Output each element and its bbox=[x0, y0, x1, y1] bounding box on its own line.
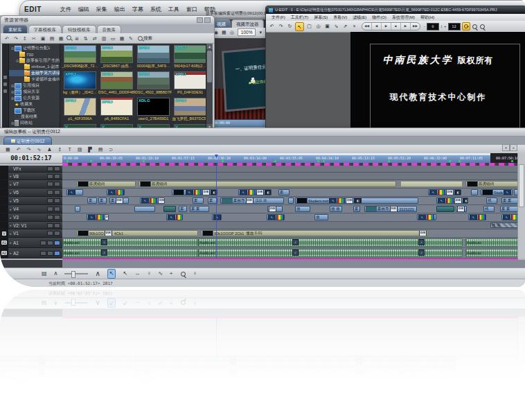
asset-thumbnail[interactable]: XPRJp1_40F3596A bbox=[62, 98, 98, 121]
timeline-clip[interactable]: ↖ bbox=[166, 214, 183, 220]
timeline-clip[interactable]: 线 bbox=[486, 198, 497, 204]
timeline-clip[interactable]: 案DVE bbox=[109, 198, 129, 204]
text-icon[interactable]: T bbox=[68, 146, 71, 153]
h-expand-icon[interactable]: ↔ bbox=[134, 270, 140, 278]
resource-tab-inactive[interactable]: 音效库 bbox=[97, 25, 122, 33]
film-icon[interactable]: ▦ bbox=[118, 35, 125, 42]
wave-icon[interactable]: ∿ bbox=[158, 270, 163, 278]
timeline-ruler[interactable]: 0:00:0000:00:39:0500:01:18:1000:01:57:15… bbox=[62, 153, 518, 163]
track-toggle-icon[interactable] bbox=[47, 198, 53, 203]
timeline-clip[interactable]: Audio.avi bbox=[62, 238, 198, 247]
track-lane-V7[interactable]: 陈虎唱词陈虎唱词陈虎唱词 bbox=[62, 180, 518, 189]
chevron-right-icon[interactable]: ▸ bbox=[8, 251, 13, 255]
timeline-clip[interactable]: 值 bbox=[314, 214, 328, 220]
rows-icon[interactable]: ▤ bbox=[42, 270, 47, 278]
loop-icon[interactable]: ⊃ bbox=[109, 146, 113, 153]
timeline-clip[interactable]: Audio.av bbox=[465, 249, 518, 257]
menubar-item[interactable]: 采集 bbox=[93, 6, 111, 13]
search-control[interactable]: 搜索 bbox=[138, 35, 152, 42]
sequence-tab[interactable]: 证明责任0912 bbox=[3, 137, 52, 145]
timeline-clip[interactable]: 值 值 bbox=[330, 206, 342, 212]
zoom-fit-icon[interactable]: ∧ bbox=[502, 144, 510, 151]
track-toggle-icon[interactable] bbox=[47, 190, 53, 195]
settings-icon[interactable]: ◎ bbox=[314, 22, 322, 30]
circle-icon[interactable]: ◎ bbox=[230, 30, 234, 35]
track-toggle-icon[interactable] bbox=[47, 240, 53, 245]
track-header-V4[interactable]: ▸V4 bbox=[0, 205, 62, 213]
timeline-vscrollbar[interactable] bbox=[517, 153, 525, 259]
track-toggle-icon[interactable] bbox=[47, 182, 53, 186]
track-toggle-icon[interactable] bbox=[54, 182, 60, 186]
timeline-clip[interactable]: 陈虎唱词 bbox=[76, 181, 136, 187]
cursor-icon[interactable]: ↖ bbox=[295, 22, 304, 31]
uedit-menu-item[interactable]: 查看(V) bbox=[330, 15, 350, 21]
chevron-right-icon[interactable]: ▸ bbox=[8, 231, 13, 236]
track-patch-badge[interactable]: V bbox=[2, 231, 6, 236]
rotate-icon[interactable]: ↻ bbox=[286, 22, 294, 30]
tree-item[interactable]: 卡诺循环金魂09 bbox=[9, 76, 60, 82]
asset-thumbnail[interactable]: XPRJ5604(b17-608)(2… bbox=[172, 45, 206, 68]
track-toggle-icon[interactable] bbox=[54, 223, 60, 228]
track-toggle-icon[interactable] bbox=[54, 198, 60, 203]
mark-icon[interactable]: ♀ bbox=[147, 270, 151, 278]
track-toggle-icon[interactable] bbox=[54, 190, 60, 195]
close-icon[interactable]: × bbox=[350, 22, 358, 30]
uedit-menu-item[interactable]: 滤镜(E) bbox=[350, 15, 369, 21]
panel-icon[interactable] bbox=[3, 76, 7, 79]
up-icon[interactable]: ↥ bbox=[21, 35, 28, 42]
swap-icon[interactable]: ⇄ bbox=[91, 35, 98, 42]
chevron-right-icon[interactable]: ▸ bbox=[8, 223, 13, 227]
resource-manager-titlebar[interactable]: 资源管理器 bbox=[1, 16, 214, 24]
asset-thumbnail[interactable]: XDLGuser1_27BA59D1 bbox=[135, 98, 172, 121]
uedit-menu-item[interactable]: 帮助(H) bbox=[418, 15, 437, 21]
tree-item[interactable]: xinlixue_1-副本 bbox=[9, 64, 60, 70]
frame-icon[interactable]: ▭ bbox=[109, 35, 116, 42]
tree-item[interactable]: 下载区 bbox=[9, 107, 60, 114]
asset-thumbnail[interactable]: XPRJP0_D4F0DE91 bbox=[172, 71, 206, 94]
redo-icon[interactable]: ↷ bbox=[27, 146, 31, 153]
asset-thumbnail[interactable]: XPRJbg（最终）_ID4C… bbox=[62, 71, 98, 95]
track-patch-badge[interactable]: A2 bbox=[1, 251, 7, 255]
hill-big-icon[interactable]: ∧ bbox=[95, 270, 100, 278]
sort-icon[interactable]: ⇅ bbox=[82, 35, 89, 42]
panel-icon[interactable]: ▦ bbox=[222, 30, 226, 35]
timeline-clip[interactable]: ↖DVE bbox=[87, 214, 109, 220]
tree-item[interactable]: ⊞回收站 bbox=[9, 120, 60, 126]
timeline-clip[interactable]: 90b1OOOP 2Cb1慢放 0.01DVE bbox=[201, 230, 428, 236]
cursor-icon[interactable]: ↖ bbox=[107, 269, 116, 279]
tree-item[interactable]: ⊞引用项目 bbox=[9, 82, 60, 89]
uedit-menu-item[interactable]: 屏幕(S) bbox=[311, 15, 330, 21]
track-toggle-icon[interactable] bbox=[47, 223, 53, 228]
timeline-clip[interactable]: 案 bbox=[193, 198, 204, 204]
track-lane-A1[interactable]: Audio.aviAudio.aviAudio.av♪♪♪ bbox=[62, 238, 518, 248]
timeline-clip[interactable]: 案例导DVE(1)1 设 bbox=[220, 198, 284, 204]
menubar-item[interactable]: 输出 bbox=[111, 6, 129, 13]
tree-item[interactable]: ⊟证明责任分配1 bbox=[9, 45, 60, 51]
to-start-icon[interactable]: ◀◀ bbox=[362, 23, 372, 30]
timeline-clip[interactable]: 案 bbox=[98, 198, 107, 204]
zoom-in-icon[interactable] bbox=[472, 24, 478, 30]
to-end-icon[interactable]: ▶▶ bbox=[411, 23, 420, 30]
export-icon[interactable]: ⇘ bbox=[332, 22, 340, 30]
cut-icon[interactable]: ✂ bbox=[30, 35, 37, 42]
tree-item[interactable]: 730 bbox=[9, 51, 60, 58]
resource-tab-inactive[interactable]: 特技模板库 bbox=[62, 25, 96, 33]
asset-thumbnail[interactable]: XPRJ00004副本_54F9… bbox=[135, 45, 172, 69]
tree-item[interactable]: ⊟故事板引用产生的素材 bbox=[9, 58, 60, 64]
timeline-clip[interactable]: Stude↖ bbox=[481, 189, 513, 195]
timeline-clip[interactable]: ↖DVE◧ bbox=[238, 189, 272, 195]
uedit-menu-item[interactable]: 系统管理(M) bbox=[389, 15, 418, 21]
asset-thumbnail[interactable]: XPRJDSC_4461_DDDF48FF bbox=[98, 71, 135, 94]
column-icon[interactable]: ▥ bbox=[100, 35, 107, 42]
paste-icon[interactable]: ▤ bbox=[48, 35, 55, 42]
track-lane-V3[interactable]: ↖DVE↖↖↖DVE值↖↖↖DVE bbox=[62, 213, 518, 222]
track-lane-VFx[interactable] bbox=[62, 166, 518, 173]
timeline-clip[interactable]: ↖ bbox=[107, 189, 125, 195]
timeline-clip[interactable]: Audio.avi bbox=[62, 249, 198, 257]
timeline-clip[interactable]: 陈虎唱词 bbox=[465, 181, 518, 187]
piece-icon[interactable]: ♟ bbox=[47, 146, 51, 153]
playhead[interactable] bbox=[216, 163, 217, 259]
timeline-clip[interactable]: So↖DVE◧ bbox=[172, 189, 217, 195]
track-toggle-icon[interactable] bbox=[47, 251, 53, 256]
track-header-V5[interactable]: ▸V5 bbox=[0, 197, 62, 205]
